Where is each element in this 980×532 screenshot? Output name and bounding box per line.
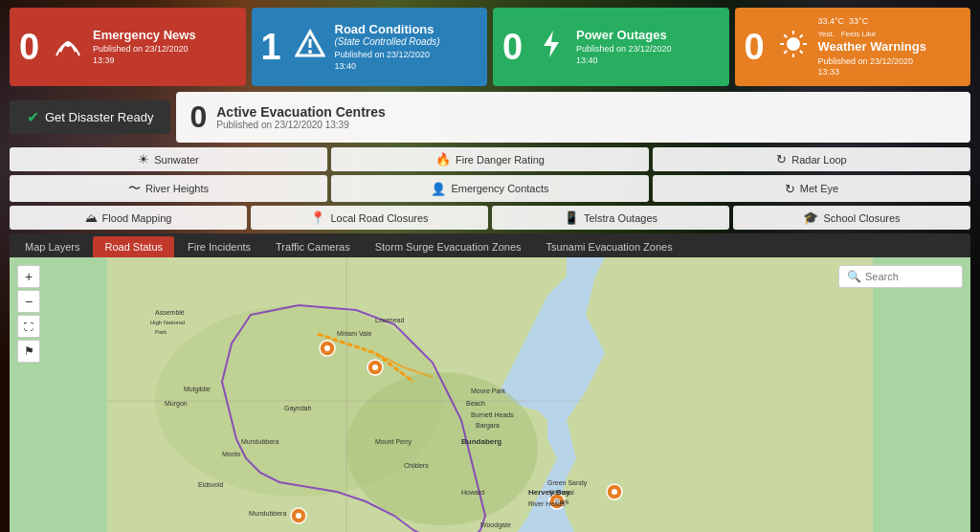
telstra-outages-icon: 📱 — [564, 211, 579, 225]
tab-road-status[interactable]: Road Status — [93, 236, 174, 257]
svg-text:Mundubbera: Mundubbera — [241, 438, 278, 445]
svg-text:Gayndah: Gayndah — [284, 405, 312, 412]
tab-traffic-cameras[interactable]: Traffic Cameras — [264, 236, 362, 257]
river-heights-button[interactable]: 〜 River Heights — [10, 175, 327, 202]
svg-text:Park: Park — [155, 329, 167, 335]
svg-text:Burnett Heads: Burnett Heads — [471, 411, 514, 418]
svg-text:Bargara: Bargara — [476, 422, 500, 430]
weather-warnings-info: 33.4°C 33°CYest. Feels Like Weather Warn… — [818, 15, 962, 78]
emergency-contacts-button[interactable]: 👤 Emergency Contacts — [331, 175, 649, 202]
weather-warnings-title: Weather Warnings — [818, 39, 962, 55]
zoom-in-button[interactable]: + — [17, 265, 40, 288]
svg-text:Miriam Vale: Miriam Vale — [337, 330, 372, 337]
map-tabs-bar: Map Layers Road Status Fire Incidents Tr… — [10, 233, 970, 257]
fullscreen-button[interactable]: ⛶ — [17, 315, 40, 338]
stat-cards-row: 0 Emergency News Published on 23/12/2020… — [10, 8, 970, 86]
map-container[interactable]: + − ⛶ ⚑ 🔍 — [10, 257, 970, 532]
svg-text:Beach: Beach — [466, 400, 485, 407]
road-conditions-subtitle: (State Controlled Roads) — [335, 36, 479, 48]
search-icon: 🔍 — [847, 270, 861, 283]
flood-mapping-button[interactable]: ⛰ Flood Mapping — [10, 206, 247, 230]
flood-mapping-label: Flood Mapping — [102, 212, 172, 224]
radar-loop-button[interactable]: ↻ Radar Loop — [653, 147, 970, 171]
emergency-contacts-label: Emergency Contacts — [451, 183, 548, 194]
local-road-closures-button[interactable]: 📍 Local Road Closures — [251, 206, 488, 230]
power-outages-title: Power Outages — [576, 28, 720, 43]
power-outages-published: Published on 23/12/202013:40 — [576, 44, 720, 66]
met-eye-button[interactable]: ↻ Met Eye — [653, 175, 970, 202]
weather-warnings-icon — [776, 29, 811, 66]
svg-line-12 — [799, 34, 802, 37]
sunwater-label: Sunwater — [154, 154, 198, 166]
road-conditions-icon — [293, 29, 327, 66]
school-closures-label: School Closures — [823, 212, 900, 224]
svg-text:Eidsvold: Eidsvold — [198, 481, 224, 488]
emergency-news-icon — [51, 29, 85, 66]
emergency-news-card[interactable]: 0 Emergency News Published on 23/12/2020… — [10, 8, 246, 86]
weather-warnings-published: Published on 23/12/202013:33 — [818, 56, 962, 78]
tab-map-layers[interactable]: Map Layers — [13, 236, 91, 257]
svg-point-26 — [612, 489, 617, 495]
emergency-news-info: Emergency News Published on 23/12/202013… — [93, 28, 236, 67]
svg-line-11 — [799, 50, 802, 53]
svg-text:National: National — [549, 489, 574, 496]
road-conditions-title: Road Conditions — [335, 22, 479, 37]
weather-temp: 33.4°C 33°CYest. Feels Like — [818, 15, 962, 39]
svg-text:Green Sandy: Green Sandy — [547, 479, 588, 487]
fire-danger-icon: 🔥 — [435, 152, 451, 166]
disaster-ready-label: Get Disaster Ready — [45, 110, 153, 124]
road-conditions-card[interactable]: 1 Road Conditions (State Controlled Road… — [252, 8, 488, 86]
power-outages-card[interactable]: 0 Power Outages Published on 23/12/20201… — [493, 8, 729, 86]
telstra-outages-label: Telstra Outages — [584, 212, 657, 224]
tab-storm-surge[interactable]: Storm Surge Evacuation Zones — [364, 236, 533, 257]
layers-button[interactable]: ⚑ — [17, 340, 40, 363]
evacuation-info: Active Evacuation Centres Published on 2… — [216, 104, 386, 130]
road-conditions-info: Road Conditions (State Controlled Roads)… — [335, 22, 479, 73]
road-conditions-count: 1 — [261, 27, 285, 68]
emergency-news-published: Published on 23/12/202013:39 — [93, 44, 236, 66]
nav-row-1: ☀ Sunwater 🔥 Fire Danger Rating ↻ Radar … — [10, 147, 970, 171]
map-search-box[interactable]: 🔍 — [838, 265, 963, 288]
svg-point-28 — [296, 513, 301, 519]
evacuation-published: Published on 23/12/2020 13:39 — [216, 120, 386, 130]
weather-warnings-card[interactable]: 0 33.4°C 33°CYest. Feels Like Weather Wa… — [735, 8, 971, 86]
disaster-ready-button[interactable]: ✔ Get Disaster Ready — [10, 100, 170, 134]
svg-marker-4 — [544, 31, 559, 57]
svg-line-10 — [784, 34, 787, 37]
evacuation-title: Active Evacuation Centres — [216, 104, 386, 120]
svg-text:Mulgildie: Mulgildie — [184, 386, 211, 393]
met-eye-label: Met Eye — [800, 183, 838, 194]
svg-point-22 — [372, 365, 378, 370]
svg-text:Murgon: Murgon — [165, 400, 188, 408]
svg-text:Childers: Childers — [404, 462, 429, 469]
flood-mapping-icon: ⛰ — [85, 211, 98, 225]
school-closures-button[interactable]: 🎓 School Closures — [733, 206, 970, 230]
sunwater-icon: ☀ — [138, 152, 149, 166]
svg-text:Woodgate: Woodgate — [480, 521, 511, 529]
radar-loop-label: Radar Loop — [791, 154, 847, 166]
local-road-closures-label: Local Road Closures — [330, 212, 428, 224]
svg-text:Lowmead: Lowmead — [375, 317, 404, 323]
map-svg: Lowmead Miriam Vale Moore Park Beach Bur… — [10, 257, 970, 532]
tab-fire-incidents[interactable]: Fire Incidents — [176, 236, 262, 257]
map-controls: + − ⛶ ⚑ — [17, 265, 40, 363]
weather-warnings-count: 0 — [745, 27, 768, 68]
power-outages-info: Power Outages Published on 23/12/202013:… — [576, 28, 720, 67]
emergency-news-count: 0 — [19, 27, 43, 68]
svg-text:Mount Perry: Mount Perry — [375, 438, 412, 446]
telstra-outages-button[interactable]: 📱 Telstra Outages — [492, 206, 729, 230]
svg-point-5 — [787, 37, 800, 51]
zoom-out-button[interactable]: − — [17, 290, 40, 313]
radar-loop-icon: ↻ — [776, 152, 787, 166]
svg-text:Monto: Monto — [222, 451, 241, 457]
sunwater-button[interactable]: ☀ Sunwater — [10, 147, 327, 171]
search-input[interactable] — [865, 271, 954, 282]
nav-row-3: ⛰ Flood Mapping 📍 Local Road Closures 📱 … — [10, 206, 970, 230]
emergency-contacts-icon: 👤 — [431, 182, 446, 196]
power-outages-icon — [534, 29, 568, 66]
svg-point-20 — [324, 345, 330, 351]
tab-tsunami[interactable]: Tsunami Evacuation Zones — [535, 236, 684, 257]
fire-danger-button[interactable]: 🔥 Fire Danger Rating — [331, 147, 649, 171]
svg-line-13 — [784, 50, 787, 53]
svg-text:Howard: Howard — [461, 489, 484, 496]
